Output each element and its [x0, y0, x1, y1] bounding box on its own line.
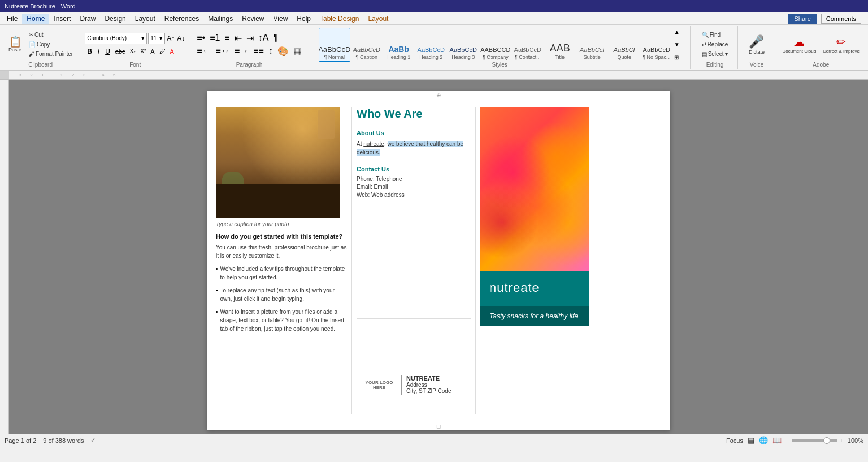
menu-help[interactable]: Help: [292, 14, 315, 24]
style-contact[interactable]: AaBbCcD ¶ Contact...: [512, 28, 544, 62]
bold-button[interactable]: B: [85, 46, 94, 57]
sort-button[interactable]: ↕A: [257, 32, 271, 44]
replace-button[interactable]: ⇄ Replace: [700, 40, 731, 49]
proofing-icon[interactable]: ✓: [90, 437, 96, 444]
align-right-button[interactable]: ≡→: [233, 45, 250, 57]
style-caption[interactable]: AaBbCcD ¶ Caption: [351, 28, 383, 62]
styles-scroll-down[interactable]: ▼: [674, 41, 680, 48]
font-name-selector[interactable]: Cambria (Body) ▾: [85, 33, 147, 44]
align-center-button[interactable]: ≡↔: [214, 45, 232, 57]
menu-layout2[interactable]: Layout: [363, 14, 393, 24]
numbering-button[interactable]: ≡1: [208, 32, 222, 44]
comments-button[interactable]: Comments: [821, 14, 861, 24]
style-quote[interactable]: AaBbCI Quote: [609, 28, 640, 62]
photo-caption[interactable]: Type a caption for your photo: [216, 221, 347, 227]
zoom-in-button[interactable]: +: [839, 437, 843, 444]
styles-more[interactable]: ⊞: [674, 54, 680, 61]
correct-improve-button[interactable]: ✏ Correct & Improve: [820, 33, 862, 55]
bullets-button[interactable]: ≡•: [195, 32, 207, 44]
style-subtitle[interactable]: AaBbCcI Subtitle: [576, 28, 608, 62]
justify-button[interactable]: ≡≡: [251, 45, 266, 57]
table-move-handle[interactable]: ⊕: [436, 92, 441, 98]
font-size-selector[interactable]: 11 ▾: [148, 33, 165, 44]
styles-scroll-up[interactable]: ▲: [674, 29, 680, 35]
read-mode-icon[interactable]: 📖: [772, 436, 782, 444]
bullet-dot-2: •: [216, 286, 218, 303]
select-button[interactable]: ▤ Select ▾: [700, 50, 731, 58]
format-painter-button[interactable]: 🖌 Format Painter: [27, 50, 75, 58]
style-no-space[interactable]: AaBbCcD ¶ No Spac...: [641, 28, 672, 62]
phone-item[interactable]: Phone: Telephone: [357, 176, 471, 182]
decrease-indent-button[interactable]: ⇤: [233, 32, 244, 44]
document-cloud-button[interactable]: ☁ Document Cloud: [780, 33, 819, 55]
strikethrough-button[interactable]: abc: [114, 48, 127, 55]
zoom-slider[interactable]: [792, 439, 837, 442]
dictate-button[interactable]: 🎤 Dictate: [746, 27, 767, 62]
logo-line1: YOUR LOGO: [366, 380, 393, 385]
bullet-item-1[interactable]: • We've included a few tips throughout t…: [216, 265, 347, 282]
subscript-button[interactable]: X₂: [128, 48, 138, 55]
line-spacing-button[interactable]: ↕: [267, 45, 275, 57]
menu-layout[interactable]: Layout: [131, 14, 160, 24]
select-icon: ▤: [702, 51, 707, 57]
underline-button[interactable]: U: [103, 46, 112, 57]
menu-view[interactable]: View: [269, 14, 293, 24]
superscript-button[interactable]: X²: [138, 48, 147, 55]
shading-button[interactable]: 🎨: [276, 45, 290, 57]
font-color-button[interactable]: A: [168, 48, 176, 55]
contact-us-heading[interactable]: Contact Us: [357, 166, 471, 172]
page-resize-handle[interactable]: ◻: [436, 423, 441, 429]
about-us-heading[interactable]: About Us: [357, 129, 471, 136]
cut-icon: ✂: [29, 32, 33, 38]
highlight-button[interactable]: 🖊: [158, 48, 167, 55]
nutreate-link[interactable]: nutreate: [363, 141, 384, 147]
menu-home[interactable]: Home: [22, 14, 49, 24]
zoom-level[interactable]: 100%: [848, 437, 863, 444]
increase-indent-button[interactable]: ⇥: [245, 32, 255, 44]
web-item[interactable]: Web: Web address: [357, 192, 471, 198]
menu-insert[interactable]: Insert: [49, 14, 75, 24]
text-color-button[interactable]: A: [149, 48, 156, 55]
zoom-out-button[interactable]: −: [786, 437, 789, 444]
align-left-button[interactable]: ≡←: [195, 45, 212, 57]
style-heading3[interactable]: AaBbCcD Heading 3: [448, 28, 479, 62]
find-button[interactable]: 🔍 Find: [700, 31, 731, 39]
multilevel-list-button[interactable]: ≡: [223, 32, 231, 44]
bullet-item-3[interactable]: • Want to insert a picture from your fil…: [216, 308, 347, 333]
style-company[interactable]: AABBCCD ¶ Company: [480, 28, 511, 62]
font-group: Cambria (Body) ▾ 11 ▾ A↑ A↓ B I U abc X₂: [81, 26, 189, 69]
about-us-text[interactable]: At nutreate, we believe that healthy can…: [357, 140, 471, 157]
menu-mailings[interactable]: Mailings: [203, 14, 237, 24]
email-item[interactable]: Email: Email: [357, 184, 471, 190]
question-heading[interactable]: How do you get started with this templat…: [216, 233, 347, 240]
style-heading1[interactable]: AaBb Heading 1: [383, 28, 415, 62]
shrink-font-button[interactable]: A↓: [176, 34, 185, 43]
copy-button[interactable]: 📄 Copy: [27, 40, 75, 49]
who-we-are-heading[interactable]: Who We Are: [357, 107, 471, 120]
focus-button[interactable]: Focus: [726, 437, 743, 444]
menu-table-design[interactable]: Table Design: [315, 14, 363, 24]
show-formatting-button[interactable]: ¶: [271, 32, 280, 44]
bullet-item-2[interactable]: • To replace any tip text (such as this)…: [216, 286, 347, 303]
menu-review[interactable]: Review: [237, 14, 268, 24]
style-title[interactable]: AAB Title: [544, 28, 576, 62]
style-heading2[interactable]: AaBbCcD Heading 2: [415, 28, 447, 62]
word-count[interactable]: 9 of 388 words: [43, 437, 84, 444]
share-button[interactable]: Share: [788, 14, 816, 24]
menu-references[interactable]: References: [160, 14, 203, 24]
menu-design[interactable]: Design: [100, 14, 130, 24]
style-normal[interactable]: AaBbCcD ¶ Normal: [319, 28, 350, 62]
city-state-line: City, ST ZIP Code: [406, 388, 451, 394]
menu-draw[interactable]: Draw: [75, 14, 100, 24]
borders-button[interactable]: ▦: [292, 45, 303, 57]
grow-font-button[interactable]: A↑: [166, 34, 175, 43]
menu-file[interactable]: File: [2, 14, 22, 24]
paste-button[interactable]: 📋 Paste: [6, 35, 24, 54]
brand-name: nutreate: [489, 280, 580, 295]
intro-text[interactable]: You can use this fresh, professional bro…: [216, 243, 347, 260]
web-layout-icon[interactable]: 🌐: [759, 436, 768, 444]
cut-button[interactable]: ✂ Cut: [27, 31, 75, 39]
italic-button[interactable]: I: [96, 46, 102, 57]
print-layout-icon[interactable]: ▤: [748, 436, 754, 444]
document-area[interactable]: ⊕ Typ: [9, 80, 868, 434]
